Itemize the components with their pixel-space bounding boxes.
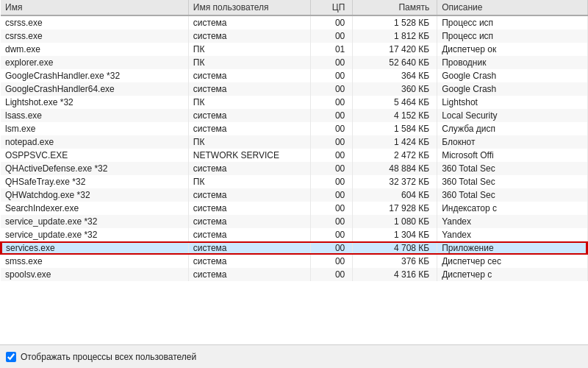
cell-memory: 4 152 КБ xyxy=(353,109,437,122)
show-all-processes-checkbox[interactable] xyxy=(6,352,16,362)
cell-user: система xyxy=(188,69,310,82)
table-row[interactable]: dwm.exeПК0117 420 КБДиспетчер ок xyxy=(1,43,587,56)
table-row[interactable]: smss.exeсистема00376 КБДиспетчер сес xyxy=(1,255,587,268)
cell-user: ПК xyxy=(188,135,310,149)
cell-process-name: lsass.exe xyxy=(1,109,188,122)
cell-memory: 1 812 КБ xyxy=(353,29,437,43)
cell-process-name: GoogleCrashHandler.exe *32 xyxy=(1,69,188,82)
cell-process-name: GoogleCrashHandler64.exe xyxy=(1,82,188,96)
process-table-container: Имя Имя пользователя ЦП Память Описание … xyxy=(0,0,588,344)
cell-memory: 1 080 КБ xyxy=(353,215,437,228)
cell-memory: 1 584 КБ xyxy=(353,122,437,135)
table-row[interactable]: csrss.exeсистема001 528 КБПроцесс исп xyxy=(1,15,587,29)
table-row[interactable]: Lightshot.exe *32ПК005 464 КБLightshot xyxy=(1,96,587,109)
cell-memory: 32 372 КБ xyxy=(353,175,437,188)
table-row[interactable]: service_update.exe *32система001 080 КБY… xyxy=(1,215,587,228)
cell-user: система xyxy=(188,228,310,241)
table-row[interactable]: GoogleCrashHandler64.exeсистема00360 КБG… xyxy=(1,82,587,96)
cell-process-name: SearchIndexer.exe xyxy=(1,202,188,215)
cell-user: ПК xyxy=(188,96,310,109)
cell-memory: 17 928 КБ xyxy=(353,202,437,215)
cell-cpu: 00 xyxy=(310,202,352,215)
cell-process-name: service_update.exe *32 xyxy=(1,228,188,241)
table-row[interactable]: services.exeсистема004 708 КБПриложение xyxy=(1,241,587,255)
cell-user: система xyxy=(188,215,310,228)
cell-cpu: 00 xyxy=(310,135,352,149)
cell-process-name: QHSafeTray.exe *32 xyxy=(1,175,188,188)
cell-memory: 1 304 КБ xyxy=(353,228,437,241)
table-row[interactable]: QHSafeTray.exe *32ПК0032 372 КБ360 Total… xyxy=(1,175,587,188)
cell-user: ПК xyxy=(188,175,310,188)
cell-user: система xyxy=(188,109,310,122)
cell-process-name: Lightshot.exe *32 xyxy=(1,96,188,109)
cell-user: система xyxy=(188,255,310,268)
table-header-row: Имя Имя пользователя ЦП Память Описание xyxy=(1,0,587,15)
cell-user: система xyxy=(188,241,310,255)
cell-description: Блокнот xyxy=(437,135,587,149)
cell-description: Lightshot xyxy=(437,96,587,109)
cell-cpu: 00 xyxy=(310,228,352,241)
cell-memory: 364 КБ xyxy=(353,69,437,82)
cell-description: Диспетчер сес xyxy=(437,255,587,268)
cell-memory: 5 464 КБ xyxy=(353,96,437,109)
cell-user: система xyxy=(188,122,310,135)
table-row[interactable]: QHWatchdog.exe *32система00604 КБ360 Tot… xyxy=(1,188,587,202)
cell-cpu: 00 xyxy=(310,215,352,228)
table-row[interactable]: notepad.exeПК001 424 КББлокнот xyxy=(1,135,587,149)
cell-process-name: explorer.exe xyxy=(1,56,188,69)
cell-process-name: QHActiveDefense.exe *32 xyxy=(1,162,188,175)
cell-user: ПК xyxy=(188,56,310,69)
cell-user: система xyxy=(188,15,310,29)
cell-cpu: 00 xyxy=(310,255,352,268)
cell-cpu: 00 xyxy=(310,241,352,255)
table-row[interactable]: csrss.exeсистема001 812 КБПроцесс исп xyxy=(1,29,587,43)
cell-cpu: 00 xyxy=(310,56,352,69)
cell-process-name: QHWatchdog.exe *32 xyxy=(1,188,188,202)
cell-description: 360 Total Sec xyxy=(437,162,587,175)
cell-cpu: 00 xyxy=(310,69,352,82)
cell-description: Local Security xyxy=(437,109,587,122)
cell-description: Диспетчер ок xyxy=(437,43,587,56)
cell-description: Microsoft Offi xyxy=(437,149,587,162)
table-row[interactable]: service_update.exe *32система001 304 КБY… xyxy=(1,228,587,241)
col-header-name[interactable]: Имя xyxy=(1,0,188,15)
show-all-processes-label[interactable]: Отображать процессы всех пользователей xyxy=(6,352,196,362)
cell-cpu: 00 xyxy=(310,162,352,175)
cell-description: Yandex xyxy=(437,228,587,241)
cell-user: NETWORK SERVICE xyxy=(188,149,310,162)
cell-description: Google Crash xyxy=(437,69,587,82)
table-row[interactable]: lsm.exeсистема001 584 КБСлужба дисп xyxy=(1,122,587,135)
cell-description: Google Crash xyxy=(437,82,587,96)
table-row[interactable]: spoolsv.exeсистема004 316 КБДиспетчер с xyxy=(1,268,587,281)
cell-memory: 52 640 КБ xyxy=(353,56,437,69)
table-row[interactable]: SearchIndexer.exeсистема0017 928 КБИндек… xyxy=(1,202,587,215)
cell-cpu: 00 xyxy=(310,122,352,135)
cell-description: Yandex xyxy=(437,215,587,228)
table-row[interactable]: QHActiveDefense.exe *32система0048 884 К… xyxy=(1,162,587,175)
footer-bar: Отображать процессы всех пользователей xyxy=(0,344,588,368)
cell-memory: 4 316 КБ xyxy=(353,268,437,281)
cell-user: система xyxy=(188,188,310,202)
cell-memory: 1 424 КБ xyxy=(353,135,437,149)
col-header-mem[interactable]: Память xyxy=(353,0,437,15)
col-header-user[interactable]: Имя пользователя xyxy=(188,0,310,15)
cell-user: система xyxy=(188,82,310,96)
cell-memory: 2 472 КБ xyxy=(353,149,437,162)
show-all-processes-text: Отображать процессы всех пользователей xyxy=(21,352,196,362)
cell-process-name: dwm.exe xyxy=(1,43,188,56)
col-header-cpu[interactable]: ЦП xyxy=(310,0,352,15)
table-row[interactable]: OSPPSVC.EXENETWORK SERVICE002 472 КБMicr… xyxy=(1,149,587,162)
cell-cpu: 00 xyxy=(310,268,352,281)
cell-description: Процесс исп xyxy=(437,29,587,43)
cell-process-name: OSPPSVC.EXE xyxy=(1,149,188,162)
cell-cpu: 00 xyxy=(310,82,352,96)
table-row[interactable]: GoogleCrashHandler.exe *32система00364 К… xyxy=(1,69,587,82)
cell-user: система xyxy=(188,162,310,175)
cell-process-name: services.exe xyxy=(1,241,188,255)
table-row[interactable]: lsass.exeсистема004 152 КБLocal Security xyxy=(1,109,587,122)
table-row[interactable]: explorer.exeПК0052 640 КБПроводник xyxy=(1,56,587,69)
cell-description: 360 Total Sec xyxy=(437,188,587,202)
cell-description: Процесс исп xyxy=(437,15,587,29)
cell-memory: 48 884 КБ xyxy=(353,162,437,175)
col-header-desc[interactable]: Описание xyxy=(437,0,587,15)
